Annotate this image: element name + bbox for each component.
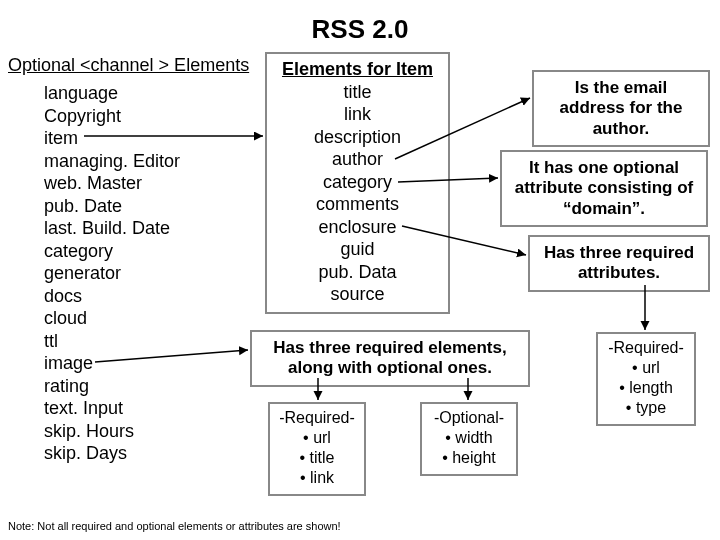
item-row: source [267,283,448,306]
category-note: It has one optional attribute consisting… [500,150,708,227]
image-optional-box: -Optional- • width • height [420,402,518,476]
page-title: RSS 2.0 [0,14,720,45]
channel-list: language Copyright item managing. Editor… [44,82,204,465]
enclosure-note: Has three required attributes. [528,235,710,292]
channel-item: managing. Editor [44,150,204,173]
channel-item: docs [44,285,204,308]
image-required-box: -Required- • url • title • link [268,402,366,496]
item-row: link [267,103,448,126]
footer-note: Note: Not all required and optional elem… [8,520,341,532]
box-item: • title [278,448,356,468]
item-elements-box: Elements for Item title link description… [265,52,450,314]
enclosure-required-box: -Required- • url • length • type [596,332,696,426]
item-row: enclosure [267,216,448,239]
item-row: author [267,148,448,171]
box-item: • width [430,428,508,448]
channel-item: ttl [44,330,204,353]
channel-item: rating [44,375,204,398]
box-item: • length [606,378,686,398]
box-title: -Required- [606,338,686,358]
item-row: comments [267,193,448,216]
channel-item: web. Master [44,172,204,195]
channel-item: skip. Days [44,442,204,465]
channel-item: Copyright [44,105,204,128]
author-note: Is the email address for the author. [532,70,710,147]
item-row: pub. Data [267,261,448,284]
box-item: • link [278,468,356,488]
image-note: Has three required elements, along with … [250,330,530,387]
channel-item: generator [44,262,204,285]
item-row: category [267,171,448,194]
item-row: guid [267,238,448,261]
item-row: title [267,81,448,104]
box-item: • url [606,358,686,378]
box-title: -Required- [278,408,356,428]
channel-header: Optional <channel > Elements [8,55,249,76]
channel-item: language [44,82,204,105]
channel-item: last. Build. Date [44,217,204,240]
item-box-header: Elements for Item [267,58,448,81]
channel-item: text. Input [44,397,204,420]
channel-item: item [44,127,204,150]
box-item: • type [606,398,686,418]
box-item: • height [430,448,508,468]
box-title: -Optional- [430,408,508,428]
channel-item: cloud [44,307,204,330]
channel-item: skip. Hours [44,420,204,443]
channel-item: category [44,240,204,263]
box-item: • url [278,428,356,448]
channel-item: image [44,352,204,375]
channel-item: pub. Date [44,195,204,218]
item-row: description [267,126,448,149]
